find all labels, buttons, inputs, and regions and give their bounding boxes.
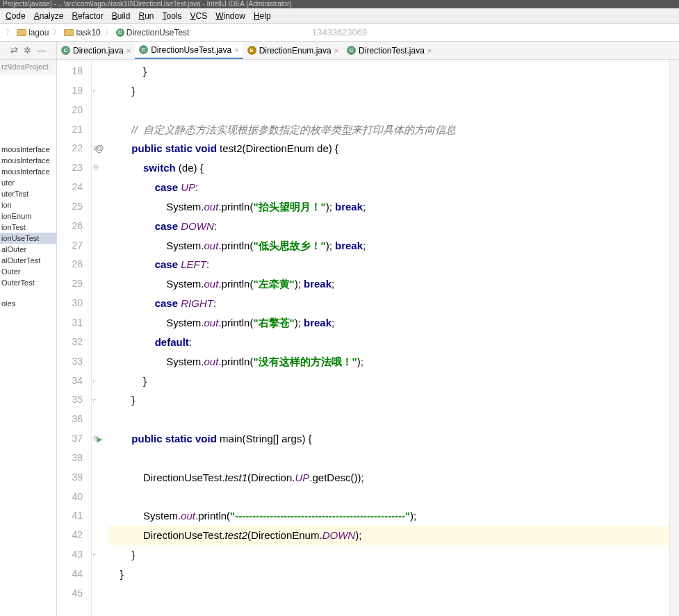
line-number[interactable]: 22 [57, 139, 83, 158]
line-number[interactable]: 42 [57, 526, 83, 545]
code-line[interactable]: System.out.println("没有这样的方法哦！"); [108, 352, 669, 372]
code-line[interactable]: public static void main(String[] args) { [108, 429, 669, 449]
breadcrumb-lagou[interactable]: lagou [17, 28, 49, 38]
tab-direction[interactable]: CDirection.java× [57, 42, 135, 59]
line-number[interactable]: 34 [57, 372, 83, 391]
tab-directionusetest[interactable]: CDirectionUseTest.java× [135, 42, 243, 59]
sidebar-item-mousinterface[interactable]: mousInterface [0, 166, 56, 177]
close-icon[interactable]: × [234, 46, 238, 54]
menu-help[interactable]: Help [249, 10, 275, 22]
fold-toggle-icon[interactable]: ⊟ [93, 164, 99, 171]
project-sidebar[interactable]: rz\IdeaProject mousInterfacemousInterfac… [0, 60, 57, 616]
menu-window[interactable]: Window [211, 10, 249, 22]
close-icon[interactable]: × [126, 47, 131, 55]
close-icon[interactable]: × [427, 47, 432, 55]
sidebar-item-outer[interactable]: Outer [0, 266, 56, 277]
menu-vcs[interactable]: VCS [186, 10, 212, 22]
target-icon[interactable]: ⇄ [10, 45, 18, 56]
breadcrumb-task10[interactable]: task10 [64, 28, 100, 38]
sidebar-item-iontest[interactable]: ionTest [0, 222, 56, 233]
line-number[interactable]: 18 [57, 62, 83, 81]
code-line[interactable]: switch (de) { [108, 158, 669, 178]
sidebar-item-oles[interactable]: oles [0, 298, 56, 309]
fold-toggle-icon[interactable]: ⌐ [93, 551, 97, 558]
tab-directionenum[interactable]: EDirectionEnum.java× [243, 42, 343, 59]
fold-toggle-icon[interactable]: ⌐ [93, 377, 97, 384]
line-number[interactable]: 20 [57, 101, 83, 120]
line-number[interactable]: 29 [57, 274, 83, 294]
code-line[interactable]: System.out.println("--------------------… [108, 506, 669, 526]
sidebar-item-mousinterface[interactable]: mousInterface [0, 144, 56, 155]
line-number[interactable]: 24 [57, 178, 83, 197]
menu-analyze[interactable]: Analyze [30, 10, 68, 22]
code-area[interactable]: } } // 自定义静态方法实现根据参数指定的枚举类型来打印具体的方向信息 pu… [103, 60, 669, 616]
menu-tools[interactable]: Tools [158, 10, 186, 22]
line-number[interactable]: 28 [57, 255, 83, 274]
menu-build[interactable]: Build [108, 10, 135, 22]
line-number-gutter[interactable]: 1819202122232425262728293031323334353637… [57, 60, 92, 616]
sidebar-item-uter[interactable]: uter [0, 177, 56, 188]
sidebar-item-ionenum[interactable]: ionEnum [0, 210, 56, 222]
code-line[interactable]: } [108, 565, 669, 584]
sidebar-item-mousinterface[interactable]: mousInterface [0, 155, 56, 166]
fold-toggle-icon[interactable]: ⊟ [93, 435, 99, 442]
editor[interactable]: 1819202122232425262728293031323334353637… [57, 60, 679, 616]
line-number[interactable]: 33 [57, 352, 83, 372]
code-line[interactable]: public static void test2(DirectionEnum d… [108, 139, 669, 158]
code-line[interactable]: case RIGHT: [108, 294, 669, 313]
line-number[interactable]: 26 [57, 217, 83, 236]
code-line[interactable]: System.out.println("抬头望明月！"); break; [108, 197, 669, 217]
sidebar-item-aloutertest[interactable]: alOuterTest [0, 255, 56, 266]
code-line[interactable]: DirectionUseTest.test1(Direction.UP.getD… [108, 468, 669, 488]
menu-refactor[interactable]: Refactor [67, 10, 107, 22]
line-number[interactable]: 40 [57, 488, 83, 507]
menu-code[interactable]: Code [1, 10, 30, 22]
fold-gutter[interactable]: ⌐⊟⊟⌐⌐⊟⌐ [92, 60, 103, 616]
fold-toggle-icon[interactable]: ⌐ [93, 396, 97, 403]
line-number[interactable]: 21 [57, 120, 83, 140]
line-number[interactable]: 19 [57, 81, 83, 101]
code-line[interactable] [108, 584, 669, 603]
line-number[interactable]: 36 [57, 410, 83, 429]
code-line[interactable]: } [108, 372, 669, 391]
code-line[interactable]: System.out.println("右擎苍"); break; [108, 313, 669, 333]
sidebar-item-ionusetest[interactable]: ionUseTest [0, 233, 56, 244]
line-number[interactable]: 44 [57, 565, 83, 584]
code-line[interactable]: } [108, 62, 669, 81]
line-number[interactable]: 38 [57, 449, 83, 468]
code-line[interactable]: case UP: [108, 178, 669, 197]
line-number[interactable]: 37 [57, 429, 83, 449]
sidebar-item-outertest[interactable]: OuterTest [0, 277, 56, 288]
line-number[interactable]: 23 [57, 158, 83, 178]
line-number[interactable]: 25 [57, 197, 83, 217]
code-line[interactable]: } [108, 81, 669, 101]
code-line[interactable]: case DOWN: [108, 217, 669, 236]
tab-directiontest[interactable]: CDirectionTest.java× [343, 42, 436, 59]
fold-toggle-icon[interactable]: ⊟ [93, 144, 99, 151]
line-number[interactable]: 41 [57, 506, 83, 526]
fold-toggle-icon[interactable]: ⌐ [93, 87, 97, 94]
code-line[interactable] [108, 410, 669, 429]
code-line[interactable]: } [108, 545, 669, 565]
code-line[interactable]: DirectionUseTest.test2(DirectionEnum.DOW… [108, 526, 669, 545]
scrollbar-vertical[interactable] [669, 60, 679, 616]
collapse-icon[interactable]: — [37, 45, 46, 56]
line-number[interactable]: 27 [57, 236, 83, 256]
line-number[interactable]: 32 [57, 333, 83, 352]
line-number[interactable]: 43 [57, 545, 83, 565]
code-line[interactable]: } [108, 390, 669, 410]
breadcrumb-directionusetest[interactable]: CDirectionUseTest [116, 28, 190, 38]
line-number[interactable]: 31 [57, 313, 83, 333]
menu-run[interactable]: Run [134, 10, 158, 22]
code-line[interactable]: System.out.println("低头思故乡！"); break; [108, 236, 669, 256]
sidebar-item-utertest[interactable]: uterTest [0, 188, 56, 199]
code-line[interactable] [108, 449, 669, 468]
gear-icon[interactable]: ✲ [24, 45, 31, 56]
line-number[interactable]: 45 [57, 584, 83, 603]
close-icon[interactable]: × [334, 47, 338, 55]
code-line[interactable]: System.out.println("左牵黄"); break; [108, 274, 669, 294]
code-line[interactable] [108, 488, 669, 507]
code-line[interactable] [108, 101, 669, 120]
line-number[interactable]: 35 [57, 390, 83, 410]
code-line[interactable]: default: [108, 333, 669, 352]
